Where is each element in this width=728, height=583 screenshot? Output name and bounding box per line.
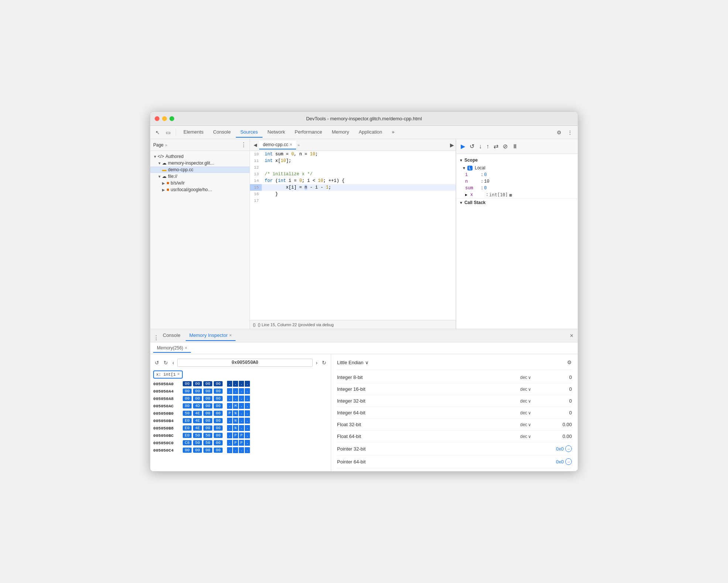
code-line-17: 17 [250,197,456,204]
memory-forward-button[interactable]: ↻ [162,359,169,366]
hex-bytes: 80 4D 00 00 [183,403,223,408]
hex-byte: 00 [193,396,202,401]
memory-inspector-tab-close-icon[interactable]: × [229,333,232,338]
previous-file-icon[interactable]: ◀ [251,141,259,149]
step-back-button[interactable]: ⇄ [492,141,500,151]
hex-address: 005050A8 [153,396,180,401]
memory-refresh-button[interactable]: ↻ [320,359,328,366]
tab-elements[interactable]: Elements [179,127,208,138]
tree-item-file[interactable]: ▼ ☁ file:// [150,173,250,180]
tree-item-demo-cpp[interactable]: ▬ demo-cpp.cc [150,166,250,173]
memory-chip-icon[interactable]: ▦ [509,193,512,197]
hex-char: . [245,418,250,424]
line-number: 12 [250,164,262,171]
cursor-icon[interactable]: ↖ [153,128,162,137]
hex-ascii: . . . . [227,388,250,394]
pointer-navigate-icon[interactable]: → [565,445,572,452]
panel-options-button[interactable]: ⋮ [241,141,247,148]
tree-item-usr[interactable]: ▶ ■ usr/local/google/ho… [150,186,250,193]
hex-char: . [227,381,232,387]
deactivate-button[interactable]: ⊘ [501,141,509,151]
hex-char: . [239,410,244,416]
var-chip-close-icon[interactable]: × [177,372,180,377]
data-value-float64: 0.00 [542,434,572,439]
data-format-int32[interactable]: dec ∨ [520,399,542,404]
call-stack-header[interactable]: ▼ Call Stack [456,198,578,207]
memory-next-button[interactable]: › [314,359,319,366]
hex-byte: 00 [183,396,192,401]
hex-char: . [233,388,238,394]
folder-icon: ■ [166,180,169,186]
code-line-11: 11 int x[10]; [250,158,456,164]
format-value-int16: dec [520,387,527,392]
data-format-float64[interactable]: dec ∨ [520,434,542,439]
scope-header[interactable]: ▼ Scope [456,156,578,164]
data-label-float64: Float 64-bit [337,434,520,439]
tree-item-bsw[interactable]: ▶ ■ b/s/w/ir [150,180,250,186]
close-button[interactable] [155,116,159,121]
endian-selector[interactable]: Little Endian ∨ [337,360,369,365]
data-format-int16[interactable]: dec ∨ [520,387,542,392]
tab-sources[interactable]: Sources [236,127,262,138]
hex-char: . [233,396,238,401]
step-into-button[interactable]: ↓ [477,142,483,151]
hex-ascii: . N . . [227,425,250,431]
tab-performance[interactable]: Performance [290,127,326,138]
hex-char: . [239,418,244,424]
tab-more[interactable]: » [387,127,399,138]
step-over-button[interactable]: ↺ [468,141,476,151]
page-more-icon[interactable]: » [165,143,167,147]
memory-256-tab[interactable]: Memory(256) × [153,344,191,353]
tree-item-authored[interactable]: ▼ </> Authored [150,153,250,160]
memory-256-close-icon[interactable]: × [185,345,187,351]
resume-button[interactable]: ▶ [459,141,467,151]
memory-address-input[interactable] [177,359,313,367]
scope-var-x[interactable]: ▶ x : int[10] ▦ [456,192,578,198]
close-bottom-panel-button[interactable]: × [569,332,575,339]
hex-char: . [245,410,250,416]
hex-byte: 50 [203,433,212,438]
data-inspector-settings-button[interactable]: ⚙ [567,359,572,365]
pointer-value-ptr64[interactable]: 0x0 → [556,458,572,465]
bottom-panel-more-icon[interactable]: ⋮ [153,334,156,337]
memory-back-button[interactable]: ↺ [153,359,161,366]
hex-ascii: . . . . [227,381,250,387]
code-tab-close-icon[interactable]: × [290,142,292,147]
tab-memory[interactable]: Memory [327,127,354,138]
hex-bytes: C8 50 50 00 [183,440,223,445]
tree-item-cloud1[interactable]: ▼ ☁ memory-inspector.glit… [150,160,250,166]
tab-console[interactable]: Console [209,127,235,138]
data-format-int64[interactable]: dec ∨ [520,410,542,415]
step-out-button[interactable]: ↑ [485,142,491,151]
cloud-icon: ☁ [162,174,166,179]
minimize-button[interactable] [162,116,167,121]
window-controls[interactable] [155,116,174,121]
code-tab-demo-cpp[interactable]: demo-cpp.cc × [259,141,296,149]
data-format-float32[interactable]: dec ∨ [520,422,542,427]
debug-toolbar: ▶ ↺ ↓ ↑ ⇄ ⊘ ⏸ [456,139,578,154]
pointer-navigate-icon[interactable]: → [565,458,572,465]
local-scope-header[interactable]: ▼ L Local [456,164,578,172]
inspect-icon[interactable]: ▭ [164,128,173,137]
ptr64-value: 0x0 [556,459,564,465]
memory-prev-button[interactable]: ‹ [171,359,176,366]
settings-icon[interactable]: ⚙ [554,128,564,137]
data-format-int8[interactable]: dec ∨ [520,375,542,380]
pause-button[interactable]: ⏸ [511,142,519,151]
maximize-button[interactable] [169,116,174,121]
pointer-value-ptr32[interactable]: 0x0 → [556,445,572,452]
hex-byte: E0 [183,425,192,431]
tab-memory-inspector[interactable]: Memory Inspector × [186,330,236,341]
var-type-x: int[10] [489,192,508,197]
tab-console-bottom[interactable]: Console [159,330,184,341]
code-tabs-more-icon[interactable]: » [296,143,301,147]
more-menu-icon[interactable]: ⋮ [565,128,575,137]
var-name-n: n [465,179,480,184]
hex-byte: 00 [193,381,202,386]
hex-ascii: . . . . [227,396,250,401]
tab-application[interactable]: Application [354,127,387,138]
run-script-icon[interactable]: ▶ [450,142,454,148]
tab-network[interactable]: Network [263,127,290,138]
hex-byte: 00 [214,411,223,416]
titlebar: DevTools - memory-inspector.glitch.me/de… [150,112,578,126]
